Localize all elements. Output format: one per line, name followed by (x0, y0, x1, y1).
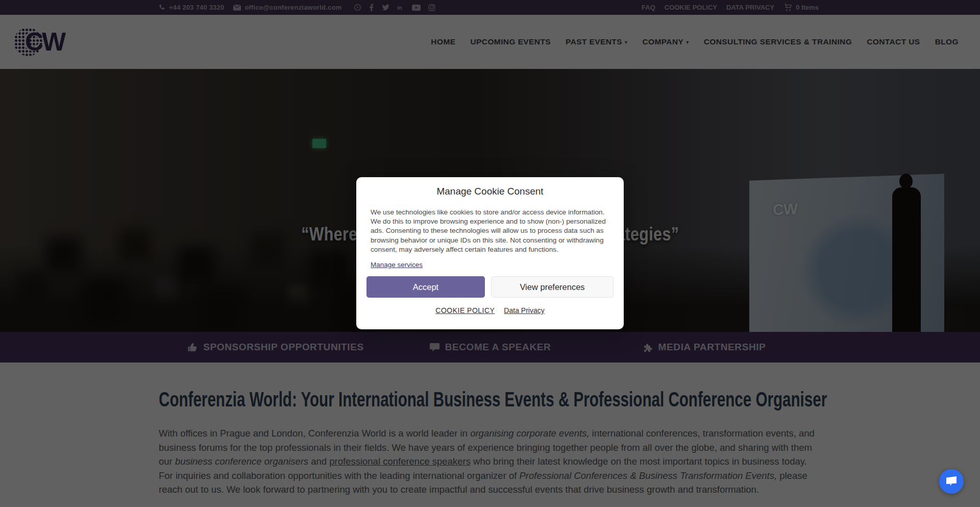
cookie-dialog-title: Manage Cookie Consent (356, 186, 624, 197)
cookie-dialog-buttons: Accept View preferences (366, 276, 614, 298)
data-privacy-link[interactable]: Data Privacy (504, 306, 544, 315)
cookie-dialog-links: COOKIE POLICY Data Privacy (356, 306, 624, 315)
cookie-policy-link[interactable]: COOKIE POLICY (435, 306, 495, 315)
chat-widget-button[interactable] (939, 469, 964, 494)
page: +44 203 740 3320 office@conferenziaworld… (0, 0, 980, 507)
cookie-dialog-body: We use technologies like cookies to stor… (371, 208, 609, 254)
cookie-consent-dialog: Manage Cookie Consent We use technologie… (356, 177, 624, 329)
manage-services-link[interactable]: Manage services (371, 261, 423, 269)
view-preferences-button[interactable]: View preferences (491, 276, 614, 298)
chat-bubble-icon (945, 474, 958, 489)
accept-button[interactable]: Accept (366, 276, 485, 298)
